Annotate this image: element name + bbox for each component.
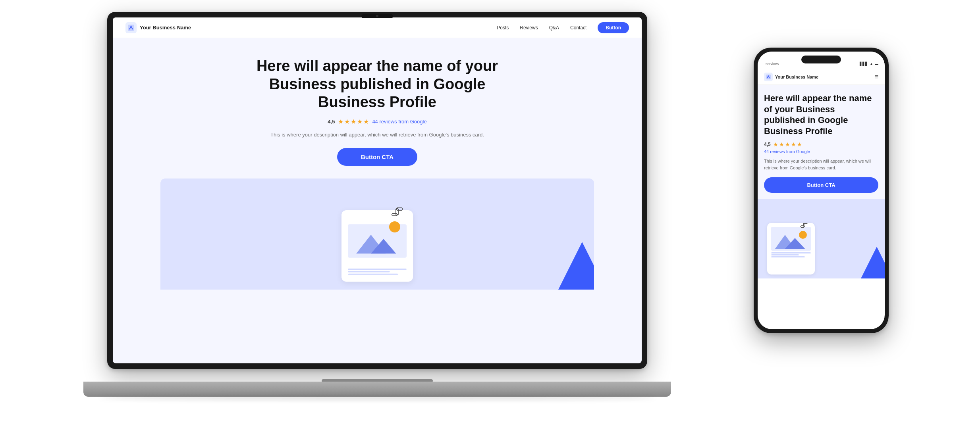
phone-hero-description: This is where your description will appe… [764,158,878,171]
phone-logo-icon [764,73,773,81]
phone-status-icons: ▋▋▋ ▲ ▬ [860,62,878,66]
star-2: ★ [344,118,350,125]
phone-hero-title: Here will appear the name of your Busine… [764,93,878,136]
laptop-stars: ★ ★ ★ ★ ★ [338,118,369,125]
svg-rect-13 [771,256,805,257]
phone-star-1: ★ [773,141,778,148]
laptop-screen-outer: Your Business Name Posts Reviews Q&A Con… [107,12,647,369]
phone-stars: ★ ★ ★ ★ ★ [773,141,802,148]
star-4: ★ [357,118,363,125]
laptop-hero-image: 🖇 [160,179,594,290]
phone-screen: services ▋▋▋ ▲ ▬ [758,52,885,329]
star-3: ★ [351,118,356,125]
phone-illus-sun [799,231,807,239]
phone-hero-section: Here will appear the name of your Busine… [758,85,885,199]
phone-navbar: Your Business Name ≡ [758,69,885,85]
laptop-hero-section: Here will appear the name of your Busine… [113,38,642,290]
phone-star-2: ★ [779,141,784,148]
logo-icon [125,22,137,33]
phone-brand: Your Business Name [764,73,818,81]
laptop-body [83,382,671,397]
nav-link-posts[interactable]: Posts [497,25,509,31]
phone-illus-triangle [861,247,885,278]
svg-rect-12 [771,254,799,255]
laptop-rating-number: 4,5 [328,119,335,125]
svg-rect-4 [348,269,407,270]
phone-star-5: ★ [797,141,802,148]
nav-link-qa[interactable]: Q&A [549,25,559,31]
signal-icon: ▋▋▋ [860,62,868,66]
phone-star-4: ★ [791,141,796,148]
laptop-device: Your Business Name Posts Reviews Q&A Con… [79,12,675,397]
nav-links: Posts Reviews Q&A Contact Button [497,22,629,33]
star-1: ★ [338,118,343,125]
phone-cta-button[interactable]: Button CTA [764,177,878,193]
laptop-hero-rating: 4,5 ★ ★ ★ ★ ★ 44 reviews from Google [129,118,626,125]
nav-button[interactable]: Button [598,22,629,33]
phone-brand-name: Your Business Name [775,75,818,79]
star-5: ★ [363,118,369,125]
laptop-illustration-card: 🖇 [341,210,413,282]
laptop-base-shadow [99,396,655,400]
hamburger-icon[interactable]: ≡ [875,73,878,81]
brand-logo: Your Business Name [125,22,191,33]
nav-link-contact[interactable]: Contact [570,25,586,31]
laptop-hero-description: This is where your description will appe… [266,131,488,139]
svg-rect-11 [771,252,811,253]
phone-illus-mountain [771,227,811,251]
phone-services-text: services [766,62,779,66]
scene: Your Business Name Posts Reviews Q&A Con… [0,0,980,430]
battery-icon: ▬ [875,62,878,66]
laptop-illus-lines [348,269,407,275]
phone-illus-lines [771,252,811,258]
browser-navbar: Your Business Name Posts Reviews Q&A Con… [113,17,642,38]
phone-outer: services ▋▋▋ ▲ ▬ [754,48,889,333]
phone-illustration-card: 🖇 [767,223,815,275]
phone-illus-clip: 🖇 [800,223,808,230]
laptop-reviews-link[interactable]: 44 reviews from Google [372,119,426,125]
phone-rating: 4,5 ★ ★ ★ ★ ★ [764,141,878,148]
svg-rect-6 [348,274,398,275]
svg-rect-5 [348,271,390,273]
phone-device: services ▋▋▋ ▲ ▬ [754,48,889,333]
laptop-illus-triangle [558,242,594,290]
phone-rating-number: 4,5 [764,142,771,147]
phone-star-3: ★ [785,141,790,148]
phone-hero-image: 🖇 [758,199,885,278]
phone-reviews-link[interactable]: 44 reviews from Google [764,149,878,154]
phone-notch [801,56,841,63]
laptop-brand-name: Your Business Name [140,25,191,31]
laptop-camera-dot [376,15,378,17]
laptop-screen-inner: Your Business Name Posts Reviews Q&A Con… [113,17,642,363]
laptop-illus-clip: 🖇 [391,205,403,219]
laptop-hero-title: Here will appear the name of your Busine… [238,57,516,111]
nav-link-reviews[interactable]: Reviews [520,25,538,31]
laptop-cta-button[interactable]: Button CTA [337,148,417,166]
wifi-icon: ▲ [870,62,873,66]
laptop-illus-sun [389,221,400,232]
